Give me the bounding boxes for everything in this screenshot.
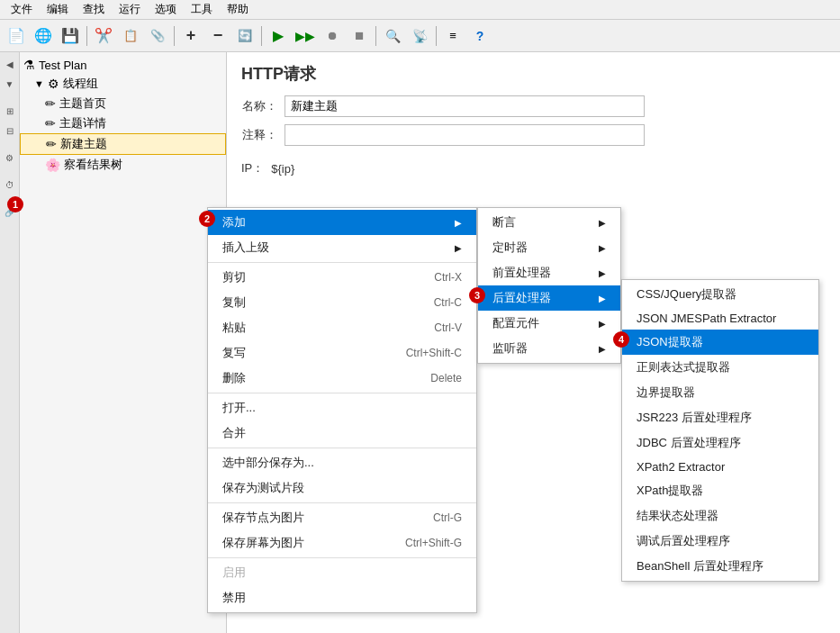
detail-label: 主题详情 [59,115,106,131]
menu-edit[interactable]: 编辑 [40,0,76,19]
sub-assert[interactable]: 断言 ▶ [478,210,620,235]
ctx-add-label: 添加 [222,214,246,231]
icon-strip-4[interactable]: ⊟ [2,122,18,139]
toolbar-new[interactable]: 📄 [4,23,29,49]
sub-listener[interactable]: 监听器 ▶ [478,336,620,361]
form-row-comment: 注释： [241,124,826,146]
icon-strip-6[interactable]: ⏱ [2,176,18,193]
ctx-save-selected[interactable]: 选中部分保存为... [208,450,476,475]
sub-post-processor[interactable]: 3 后置处理器 ▶ [478,285,620,311]
pp-json[interactable]: 4 JSON提取器 [622,330,818,355]
ctx-save-snippet[interactable]: 保存为测试片段 [208,475,476,501]
toolbar-sep3 [261,26,262,46]
tree-thread-group[interactable]: ▼ ⚙ 线程组 [20,74,226,94]
pp-regex-label: 正则表达式提取器 [637,359,730,375]
ctx-cut-label: 剪切 [222,269,246,285]
pp-jdbc[interactable]: JDBC 后置处理程序 [622,430,818,456]
ctx-save-screen-img-shortcut: Ctrl+Shift-G [405,537,462,549]
menu-tools[interactable]: 工具 [184,0,220,19]
menu-options[interactable]: 选项 [148,0,184,19]
pp-xpath2[interactable]: XPath2 Extractor [622,456,818,478]
pp-beanshell[interactable]: BeanShell 后置处理程序 [622,554,818,579]
toolbar-search[interactable]: 🔍 [380,23,405,49]
pp-debug[interactable]: 调试后置处理程序 [622,529,818,554]
homepage-label: 主题首页 [59,95,106,112]
menu-help[interactable]: 帮助 [220,0,256,19]
thread-group-collapse: ▼ [34,78,44,89]
toolbar-record[interactable]: ⏺ [320,23,345,49]
toolbar-copy[interactable]: 📋 [118,23,143,49]
sub-pre-processor-label: 前置处理器 [492,265,551,281]
icon-strip-2[interactable]: ▼ [2,76,18,92]
ctx-disable[interactable]: 禁用 [208,585,476,610]
ctx-merge[interactable]: 合并 [208,420,476,446]
toolbar-remove[interactable]: − [205,23,230,49]
sub-config[interactable]: 配置元件 ▶ [478,311,620,336]
ctx-paste[interactable]: 粘贴 Ctrl-V [208,315,476,340]
ctx-save-node-img[interactable]: 保存节点为图片 Ctrl-G [208,505,476,530]
tree-item-result[interactable]: 🌸 察看结果树 [20,155,226,175]
ctx-open[interactable]: 打开... [208,395,476,420]
toolbar-paste[interactable]: 📎 [145,23,170,49]
toolbar-run-all[interactable]: ▶▶ [293,23,318,49]
pp-result-status[interactable]: 结果状态处理器 [622,503,818,529]
tree-item-homepage[interactable]: ✏ 主题首页 [20,94,226,113]
toolbar-sep5 [436,26,437,46]
sub-timer[interactable]: 定时器 ▶ [478,235,620,260]
toolbar-cut[interactable]: ✂️ [91,23,116,49]
tree-test-plan[interactable]: ⚗ Test Plan [20,56,226,74]
pp-xpath[interactable]: XPath提取器 [622,478,818,503]
ctx-duplicate-label: 复写 [222,345,246,361]
ctx-duplicate[interactable]: 复写 Ctrl+Shift-C [208,340,476,366]
ctx-delete-shortcut: Delete [430,372,462,384]
ctx-copy-label: 复制 [222,294,246,311]
pp-jmespath[interactable]: JSON JMESPath Extractor [622,307,818,330]
ctx-cut[interactable]: 剪切 Ctrl-X [208,265,476,290]
pp-boundary[interactable]: 边界提取器 [622,380,818,405]
pp-jsr223[interactable]: JSR223 后置处理程序 [622,405,818,430]
ctx-add[interactable]: 添加 ▶ [208,210,476,235]
toolbar-refresh[interactable]: 🔄 [232,23,257,49]
pp-regex[interactable]: 正则表达式提取器 [622,355,818,380]
submenu-post-processor[interactable]: CSS/JQuery提取器 JSON JMESPath Extractor 4 … [621,279,819,582]
ctx-copy[interactable]: 复制 Ctrl-C [208,290,476,315]
icon-strip-1[interactable]: ◀ [2,56,18,72]
ctx-insert-parent[interactable]: 插入上级 ▶ [208,235,476,260]
tree-item-newpost[interactable]: ✏ 新建主题 [20,133,226,155]
menu-find[interactable]: 查找 [76,0,112,19]
menu-run[interactable]: 运行 [112,0,148,19]
toolbar-save[interactable]: 💾 [58,23,83,49]
ctx-save-screen-img[interactable]: 保存屏幕为图片 Ctrl+Shift-G [208,530,476,556]
icon-strip-3[interactable]: ⊞ [2,103,18,119]
toolbar-help[interactable]: ? [467,23,492,49]
pp-jdbc-label: JDBC 后置处理程序 [637,435,741,451]
name-input[interactable] [285,95,645,117]
detail-icon: ✏ [45,116,56,131]
ctx-delete[interactable]: 删除 Delete [208,366,476,391]
sub-pre-processor[interactable]: 前置处理器 ▶ [478,260,620,285]
ip-value: ${ip} [271,162,294,176]
toolbar-open[interactable]: 🌐 [31,23,56,49]
pp-boundary-label: 边界提取器 [637,384,695,401]
icon-strip-5[interactable]: ⚙ [2,149,18,166]
sidebar-tree: ⚗ Test Plan ▼ ⚙ 线程组 ✏ 主题首页 ✏ 主题详情 ✏ 新建主题… [20,52,227,633]
comment-input[interactable] [285,124,645,146]
menu-file[interactable]: 文件 [4,0,40,19]
toolbar-format[interactable]: ≡ [440,23,465,49]
ctx-sep-4 [208,502,476,503]
toolbar-stop[interactable]: ⏹ [347,23,372,49]
pp-jmespath-label: JSON JMESPath Extractor [637,312,776,325]
toolbar-run[interactable]: ▶ [266,23,291,49]
toolbar-add[interactable]: + [178,23,203,49]
ctx-save-snippet-label: 保存为测试片段 [222,480,304,496]
context-menu-main[interactable]: 2 添加 ▶ 插入上级 ▶ 剪切 Ctrl-X 复制 Ctrl-C 粘贴 Ctr… [207,207,477,613]
submenu-add[interactable]: 断言 ▶ 定时器 ▶ 前置处理器 ▶ 3 后置处理器 ▶ 配置元件 ▶ 监听器 … [477,207,621,364]
pp-xpath-label: XPath提取器 [637,483,703,499]
tree-item-detail[interactable]: ✏ 主题详情 [20,113,226,133]
badge-4: 4 [613,331,629,348]
toolbar-broadcast[interactable]: 📡 [407,23,432,49]
test-plan-icon: ⚗ [23,58,35,72]
pp-css[interactable]: CSS/JQuery提取器 [622,282,818,307]
sub-assert-label: 断言 [492,214,516,231]
icon-strip-7[interactable]: 🔗 [2,203,18,220]
